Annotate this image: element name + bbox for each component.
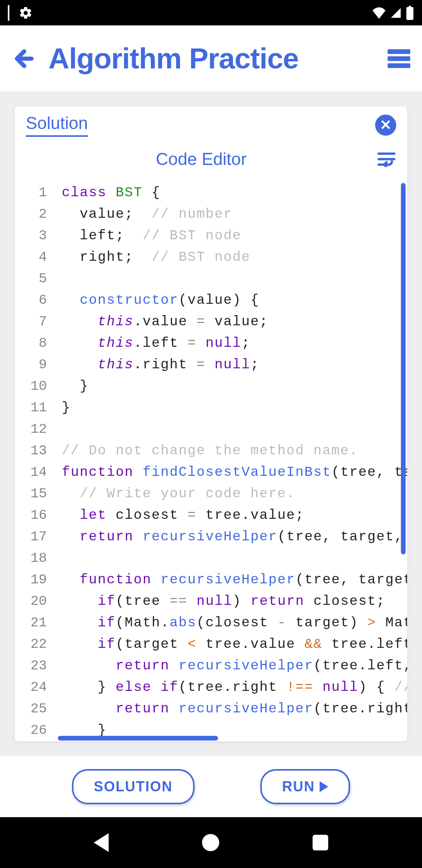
wifi-icon [372, 7, 386, 19]
battery-icon [406, 6, 414, 20]
line-number: 18 [15, 548, 54, 569]
code-line[interactable]: left; // BST node [54, 225, 407, 247]
code-line[interactable] [54, 548, 407, 569]
line-number: 22 [15, 634, 54, 655]
nav-recent-icon[interactable] [313, 835, 328, 850]
nav-home-icon[interactable] [202, 834, 219, 851]
page-title: Algorithm Practice [48, 42, 376, 75]
line-number: 15 [15, 483, 54, 505]
status-bar [0, 0, 422, 25]
code-line[interactable]: function findClosestValueInBst(tree, tar [54, 462, 407, 483]
code-line[interactable]: this.right = null; [54, 354, 407, 376]
vertical-scrollbar[interactable] [401, 183, 406, 554]
code-line[interactable]: if(target < tree.value && tree.left [54, 634, 407, 655]
line-number: 8 [15, 333, 54, 354]
line-number: 14 [15, 462, 54, 483]
status-divider [8, 5, 9, 21]
line-number: 1 [15, 182, 54, 204]
line-number: 2 [15, 204, 54, 225]
code-line[interactable]: function recursiveHelper(tree, target, [54, 569, 407, 591]
line-number: 6 [15, 290, 54, 311]
line-number: 12 [15, 419, 54, 440]
back-arrow-icon[interactable] [12, 46, 37, 71]
gear-icon [19, 6, 33, 20]
nav-back-icon[interactable] [94, 833, 109, 852]
editor-card: Solution ✕ Code Editor 12345678910111213… [15, 106, 407, 741]
code-line[interactable]: constructor(value) { [54, 290, 407, 311]
line-number: 21 [15, 612, 54, 634]
code-line[interactable] [54, 268, 407, 290]
line-number: 7 [15, 311, 54, 333]
line-number: 19 [15, 569, 54, 591]
close-icon[interactable]: ✕ [375, 115, 396, 136]
line-number: 4 [15, 247, 54, 268]
run-button[interactable]: RUN [260, 769, 350, 804]
app-header: Algorithm Practice [0, 25, 422, 91]
content-area: Solution ✕ Code Editor 12345678910111213… [0, 91, 422, 756]
code-line[interactable]: } [54, 397, 407, 419]
code-line[interactable]: // Write your code here. [54, 483, 407, 505]
code-line[interactable]: this.left = null; [54, 333, 407, 354]
code-area[interactable]: class BST { value; // number left; // BS… [54, 178, 407, 741]
code-line[interactable]: value; // number [54, 204, 407, 225]
line-number: 25 [15, 698, 54, 720]
code-line[interactable]: right; // BST node [54, 247, 407, 268]
bottom-bar: SOLUTION RUN [0, 756, 422, 817]
code-line[interactable]: if(Math.abs(closest - target) > Math [54, 612, 407, 634]
line-number: 17 [15, 526, 54, 548]
code-line[interactable]: // Do not change the method name. [54, 440, 407, 462]
line-number: 20 [15, 591, 54, 612]
line-number: 26 [15, 720, 54, 741]
line-number: 13 [15, 440, 54, 462]
code-line[interactable]: return recursiveHelper(tree.left, [54, 655, 407, 677]
editor-title: Code Editor [26, 149, 377, 169]
code-line[interactable]: class BST { [54, 182, 407, 204]
line-number: 10 [15, 376, 54, 397]
code-line[interactable]: this.value = value; [54, 311, 407, 333]
signal-icon [389, 7, 402, 19]
solution-button[interactable]: SOLUTION [72, 769, 195, 804]
horizontal-scrollbar[interactable] [58, 736, 218, 741]
line-number: 5 [15, 268, 54, 290]
run-button-label: RUN [282, 778, 315, 795]
line-number: 3 [15, 225, 54, 247]
line-number: 9 [15, 354, 54, 376]
tab-solution[interactable]: Solution [26, 113, 88, 137]
code-line[interactable]: let closest = tree.value; [54, 505, 407, 526]
solution-button-label: SOLUTION [94, 778, 173, 795]
code-line[interactable]: } [54, 376, 407, 397]
line-gutter: 1234567891011121314151617181920212223242… [15, 178, 54, 741]
play-icon [320, 781, 328, 792]
code-line[interactable] [54, 419, 407, 440]
code-line[interactable]: } else if(tree.right !== null) { //g [54, 677, 407, 698]
line-number: 11 [15, 397, 54, 419]
navigation-bar [0, 817, 422, 868]
word-wrap-icon[interactable] [377, 151, 396, 167]
code-line[interactable]: if(tree == null) return closest; [54, 591, 407, 612]
code-line[interactable]: return recursiveHelper(tree, target, c [54, 526, 407, 548]
line-number: 23 [15, 655, 54, 677]
line-number: 24 [15, 677, 54, 698]
line-number: 16 [15, 505, 54, 526]
hamburger-menu-icon[interactable] [388, 49, 410, 68]
code-line[interactable]: return recursiveHelper(tree.right, [54, 698, 407, 720]
code-editor[interactable]: 1234567891011121314151617181920212223242… [15, 178, 407, 741]
